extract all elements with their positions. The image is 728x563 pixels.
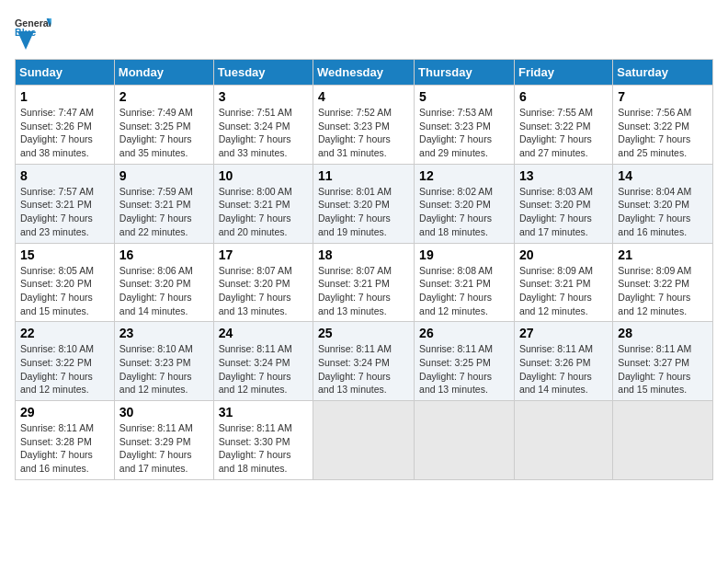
day-number: 18 <box>318 247 409 262</box>
calendar-day-18: 18Sunrise: 8:07 AM Sunset: 3:21 PM Dayli… <box>313 243 415 322</box>
calendar-day-8: 8Sunrise: 7:57 AM Sunset: 3:21 PM Daylig… <box>16 164 115 243</box>
day-info: Sunrise: 8:11 AM Sunset: 3:24 PM Dayligh… <box>318 342 409 396</box>
day-info: Sunrise: 8:11 AM Sunset: 3:29 PM Dayligh… <box>119 421 209 476</box>
day-info: Sunrise: 8:07 AM Sunset: 3:20 PM Dayligh… <box>219 264 308 318</box>
day-number: 25 <box>318 326 409 340</box>
calendar-day-20: 20Sunrise: 8:09 AM Sunset: 3:21 PM Dayli… <box>514 243 612 322</box>
day-number: 3 <box>219 89 308 104</box>
day-info: Sunrise: 8:08 AM Sunset: 3:21 PM Dayligh… <box>419 264 509 318</box>
calendar-week-4: 22Sunrise: 8:10 AM Sunset: 3:22 PM Dayli… <box>16 322 713 401</box>
calendar-day-10: 10Sunrise: 8:00 AM Sunset: 3:21 PM Dayli… <box>213 164 313 243</box>
day-number: 21 <box>618 247 708 262</box>
calendar-header-row: SundayMondayTuesdayWednesdayThursdayFrid… <box>16 60 713 86</box>
empty-cell <box>613 401 713 480</box>
calendar-day-9: 9Sunrise: 7:59 AM Sunset: 3:21 PM Daylig… <box>114 164 213 243</box>
day-info: Sunrise: 8:06 AM Sunset: 3:20 PM Dayligh… <box>119 264 209 318</box>
empty-cell <box>415 401 515 480</box>
day-info: Sunrise: 7:56 AM Sunset: 3:22 PM Dayligh… <box>618 106 708 160</box>
day-info: Sunrise: 8:11 AM Sunset: 3:28 PM Dayligh… <box>20 421 109 476</box>
calendar-day-5: 5Sunrise: 7:53 AM Sunset: 3:23 PM Daylig… <box>415 86 515 165</box>
day-info: Sunrise: 8:05 AM Sunset: 3:20 PM Dayligh… <box>20 264 109 318</box>
day-info: Sunrise: 7:57 AM Sunset: 3:21 PM Dayligh… <box>20 185 109 239</box>
day-info: Sunrise: 7:51 AM Sunset: 3:24 PM Dayligh… <box>219 106 308 160</box>
day-info: Sunrise: 7:55 AM Sunset: 3:22 PM Dayligh… <box>519 106 608 160</box>
day-number: 12 <box>419 168 509 183</box>
calendar-table: SundayMondayTuesdayWednesdayThursdayFrid… <box>15 59 713 480</box>
day-info: Sunrise: 8:01 AM Sunset: 3:20 PM Dayligh… <box>318 185 409 239</box>
calendar-day-22: 22Sunrise: 8:10 AM Sunset: 3:22 PM Dayli… <box>16 322 115 401</box>
calendar-day-4: 4Sunrise: 7:52 AM Sunset: 3:23 PM Daylig… <box>313 86 415 165</box>
day-number: 5 <box>419 89 509 104</box>
day-info: Sunrise: 8:07 AM Sunset: 3:21 PM Dayligh… <box>318 264 409 318</box>
day-info: Sunrise: 8:11 AM Sunset: 3:25 PM Dayligh… <box>419 342 509 396</box>
calendar-day-23: 23Sunrise: 8:10 AM Sunset: 3:23 PM Dayli… <box>114 322 213 401</box>
day-number: 17 <box>219 247 308 262</box>
calendar-day-11: 11Sunrise: 8:01 AM Sunset: 3:20 PM Dayli… <box>313 164 415 243</box>
day-number: 6 <box>519 89 608 104</box>
day-number: 20 <box>519 247 608 262</box>
calendar-week-5: 29Sunrise: 8:11 AM Sunset: 3:28 PM Dayli… <box>16 401 713 480</box>
col-header-thursday: Thursday <box>415 60 515 86</box>
empty-cell <box>514 401 612 480</box>
calendar-day-2: 2Sunrise: 7:49 AM Sunset: 3:25 PM Daylig… <box>114 86 213 165</box>
day-info: Sunrise: 7:59 AM Sunset: 3:21 PM Dayligh… <box>119 185 209 239</box>
day-number: 26 <box>419 326 509 340</box>
day-info: Sunrise: 8:04 AM Sunset: 3:20 PM Dayligh… <box>618 185 708 239</box>
day-info: Sunrise: 8:03 AM Sunset: 3:20 PM Dayligh… <box>519 185 608 239</box>
day-number: 19 <box>419 247 509 262</box>
day-number: 13 <box>519 168 608 183</box>
calendar-day-27: 27Sunrise: 8:11 AM Sunset: 3:26 PM Dayli… <box>514 322 612 401</box>
day-number: 11 <box>318 168 409 183</box>
logo-arrow-icon <box>17 31 34 50</box>
calendar-day-28: 28Sunrise: 8:11 AM Sunset: 3:27 PM Dayli… <box>613 322 713 401</box>
logo: General Blue <box>15 15 51 50</box>
day-info: Sunrise: 8:11 AM Sunset: 3:30 PM Dayligh… <box>219 421 308 476</box>
calendar-day-6: 6Sunrise: 7:55 AM Sunset: 3:22 PM Daylig… <box>514 86 612 165</box>
day-info: Sunrise: 7:49 AM Sunset: 3:25 PM Dayligh… <box>119 106 209 160</box>
day-number: 28 <box>618 326 708 340</box>
calendar-day-13: 13Sunrise: 8:03 AM Sunset: 3:20 PM Dayli… <box>514 164 612 243</box>
day-info: Sunrise: 7:47 AM Sunset: 3:26 PM Dayligh… <box>20 106 109 160</box>
calendar-day-24: 24Sunrise: 8:11 AM Sunset: 3:24 PM Dayli… <box>213 322 313 401</box>
day-info: Sunrise: 8:11 AM Sunset: 3:26 PM Dayligh… <box>519 342 608 396</box>
col-header-tuesday: Tuesday <box>213 60 313 86</box>
day-number: 9 <box>119 168 209 183</box>
day-number: 16 <box>119 247 209 262</box>
page-header: General Blue <box>15 15 713 50</box>
day-number: 23 <box>119 326 209 340</box>
col-header-friday: Friday <box>514 60 612 86</box>
empty-cell <box>313 401 415 480</box>
day-number: 14 <box>618 168 708 183</box>
calendar-day-7: 7Sunrise: 7:56 AM Sunset: 3:22 PM Daylig… <box>613 86 713 165</box>
calendar-day-26: 26Sunrise: 8:11 AM Sunset: 3:25 PM Dayli… <box>415 322 515 401</box>
day-number: 22 <box>20 326 109 340</box>
day-number: 27 <box>519 326 608 340</box>
calendar-day-12: 12Sunrise: 8:02 AM Sunset: 3:20 PM Dayli… <box>415 164 515 243</box>
day-number: 7 <box>618 89 708 104</box>
calendar-day-21: 21Sunrise: 8:09 AM Sunset: 3:22 PM Dayli… <box>613 243 713 322</box>
day-info: Sunrise: 8:10 AM Sunset: 3:23 PM Dayligh… <box>119 342 209 396</box>
calendar-week-3: 15Sunrise: 8:05 AM Sunset: 3:20 PM Dayli… <box>16 243 713 322</box>
day-info: Sunrise: 7:52 AM Sunset: 3:23 PM Dayligh… <box>318 106 409 160</box>
calendar-day-3: 3Sunrise: 7:51 AM Sunset: 3:24 PM Daylig… <box>213 86 313 165</box>
calendar-day-30: 30Sunrise: 8:11 AM Sunset: 3:29 PM Dayli… <box>114 401 213 480</box>
day-info: Sunrise: 8:09 AM Sunset: 3:21 PM Dayligh… <box>519 264 608 318</box>
day-number: 1 <box>20 89 109 104</box>
day-info: Sunrise: 7:53 AM Sunset: 3:23 PM Dayligh… <box>419 106 509 160</box>
calendar-day-16: 16Sunrise: 8:06 AM Sunset: 3:20 PM Dayli… <box>114 243 213 322</box>
day-info: Sunrise: 8:02 AM Sunset: 3:20 PM Dayligh… <box>419 185 509 239</box>
day-number: 10 <box>219 168 308 183</box>
calendar-day-14: 14Sunrise: 8:04 AM Sunset: 3:20 PM Dayli… <box>613 164 713 243</box>
col-header-sunday: Sunday <box>16 60 115 86</box>
day-info: Sunrise: 8:00 AM Sunset: 3:21 PM Dayligh… <box>219 185 308 239</box>
calendar-week-1: 1Sunrise: 7:47 AM Sunset: 3:26 PM Daylig… <box>16 86 713 165</box>
calendar-week-2: 8Sunrise: 7:57 AM Sunset: 3:21 PM Daylig… <box>16 164 713 243</box>
col-header-wednesday: Wednesday <box>313 60 415 86</box>
day-number: 29 <box>20 405 109 419</box>
day-number: 4 <box>318 89 409 104</box>
calendar-day-15: 15Sunrise: 8:05 AM Sunset: 3:20 PM Dayli… <box>16 243 115 322</box>
col-header-saturday: Saturday <box>613 60 713 86</box>
day-number: 8 <box>20 168 109 183</box>
calendar-day-25: 25Sunrise: 8:11 AM Sunset: 3:24 PM Dayli… <box>313 322 415 401</box>
day-info: Sunrise: 8:10 AM Sunset: 3:22 PM Dayligh… <box>20 342 109 396</box>
